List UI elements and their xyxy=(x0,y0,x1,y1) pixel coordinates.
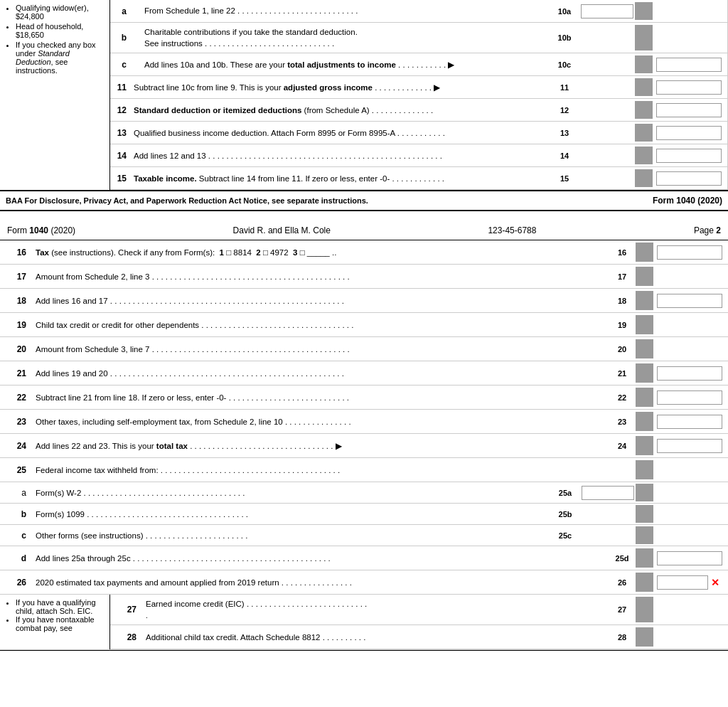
row-10b-shaded xyxy=(635,25,653,51)
row-10c-shaded xyxy=(635,55,653,73)
row-10a-input-area xyxy=(578,3,635,20)
row-25c-label: Other forms (see instructions) . . . . .… xyxy=(32,530,552,541)
form-rows-top: a From Schedule 1, line 22 . . . . . . .… xyxy=(110,0,728,190)
row-25-label: Federal income tax withheld from: . . . … xyxy=(32,463,609,477)
row-22: 22 Subtract line 21 from line 18. If zer… xyxy=(0,386,728,410)
row-18-code: 18 xyxy=(609,297,636,305)
row-24-num: 24 xyxy=(0,441,32,451)
row-16: 16 Tax (see instructions). Check if any … xyxy=(0,240,728,265)
row-28-label: Additional child tax credit. Attach Sche… xyxy=(142,630,609,644)
row-10c-label: Add lines 10a and 10b. These are your to… xyxy=(130,58,551,72)
page2-page-number: Page 2 xyxy=(694,225,721,235)
sidebar-item-standard: If you checked any box under Standard De… xyxy=(16,41,104,75)
row-14-shaded xyxy=(635,147,653,164)
bottom-note-qualifying-child: If you have a qualifying child, attach S… xyxy=(16,598,104,615)
row-16-input[interactable] xyxy=(657,245,722,260)
row-24-input[interactable] xyxy=(657,439,722,453)
row-25b: b Form(s) 1099 . . . . . . . . . . . . .… xyxy=(0,504,728,525)
row-25d-letter: d xyxy=(0,553,32,563)
page-container: Qualifying widow(er), $24,800 Head of ho… xyxy=(0,0,728,651)
row-10b: b Charitable contributions if you take t… xyxy=(110,23,727,53)
row-25c: c Other forms (see instructions) . . . .… xyxy=(0,525,728,546)
row-18-label: Add lines 16 and 17 . . . . . . . . . . … xyxy=(32,294,609,308)
row-21: 21 Add lines 19 and 20 . . . . . . . . .… xyxy=(0,361,728,386)
row-26-shaded xyxy=(636,573,653,592)
x-marker: ✕ xyxy=(711,577,719,588)
baa-footer: BAA For Disclosure, Privacy Act, and Pap… xyxy=(0,191,728,211)
row-25-header: 25 Federal income tax withheld from: . .… xyxy=(0,458,728,482)
bottom-rows: 27 Earned income credit (EIC) . . . . . … xyxy=(110,595,728,649)
row-19-shaded xyxy=(636,315,653,334)
row-23-input[interactable] xyxy=(657,415,722,429)
row-18: 18 Add lines 16 and 17 . . . . . . . . .… xyxy=(0,289,728,313)
row-10c-input[interactable] xyxy=(656,58,722,72)
row-28-right xyxy=(653,636,728,639)
row-27-num: 27 xyxy=(110,605,142,615)
row-10c-input-area xyxy=(578,63,635,66)
row-10b-letter: b xyxy=(110,33,130,43)
row-27-right xyxy=(653,608,728,611)
row-14-input[interactable] xyxy=(656,149,722,163)
row-16-num: 16 xyxy=(0,248,32,257)
row-17-code: 17 xyxy=(609,272,636,281)
row-25-right xyxy=(653,469,728,472)
row-10a-right xyxy=(653,10,727,13)
row-15-num: 15 xyxy=(110,174,130,184)
row-22-right xyxy=(653,389,728,406)
page2-form-label: Form 1040 (2020) xyxy=(7,225,75,235)
row-14-right xyxy=(653,147,727,164)
row-14-input-area xyxy=(578,154,635,157)
row-10a-input[interactable] xyxy=(581,4,633,18)
row-22-input[interactable] xyxy=(657,390,722,405)
row-23-right xyxy=(653,413,728,430)
row-12-right xyxy=(653,102,727,119)
row-20-label: Amount from Schedule 3, line 7 . . . . .… xyxy=(32,342,609,356)
row-28: 28 Additional child tax credit. Attach S… xyxy=(110,625,728,649)
row-21-label: Add lines 19 and 20 . . . . . . . . . . … xyxy=(32,366,609,381)
row-25b-mid xyxy=(579,513,636,516)
row-16-shaded xyxy=(636,243,653,262)
row-18-input[interactable] xyxy=(657,294,722,308)
row-13: 13 Qualified business income deduction. … xyxy=(110,122,727,144)
bottom-notes-section: If you have a qualifying child, attach S… xyxy=(0,595,728,650)
row-25c-code: 25c xyxy=(552,531,579,540)
row-15-label: Taxable income. Subtract line 14 from li… xyxy=(130,171,551,186)
row-10b-input-area xyxy=(578,36,635,39)
row-19-label: Child tax credit or credit for other dep… xyxy=(32,318,609,332)
row-24-right xyxy=(653,437,728,455)
row-25c-letter: c xyxy=(0,531,32,541)
row-19-num: 19 xyxy=(0,320,32,330)
row-25a-input[interactable] xyxy=(582,486,634,500)
row-22-num: 22 xyxy=(0,393,32,403)
row-24: 24 Add lines 22 and 23. This is your tot… xyxy=(0,434,728,458)
row-10c-code: 10c xyxy=(551,60,578,69)
row-23-num: 23 xyxy=(0,417,32,427)
row-10c: c Add lines 10a and 10b. These are your … xyxy=(110,53,727,76)
row-26-input[interactable] xyxy=(657,575,708,590)
row-23: 23 Other taxes, including self-employmen… xyxy=(0,410,728,434)
row-15-right xyxy=(653,170,727,187)
row-17-shaded xyxy=(636,267,653,286)
row-21-input[interactable] xyxy=(657,366,722,381)
row-13-input[interactable] xyxy=(656,126,722,140)
row-11-label: Subtract line 10c from line 9. This is y… xyxy=(130,80,551,95)
row-28-shaded xyxy=(636,627,653,647)
row-15-input[interactable] xyxy=(656,171,722,186)
row-25d-input[interactable] xyxy=(657,551,722,565)
row-26-label: 2020 estimated tax payments and amount a… xyxy=(32,575,609,590)
row-11-code: 11 xyxy=(551,83,578,92)
row-11-input[interactable] xyxy=(656,80,722,95)
row-25c-shaded xyxy=(636,526,653,544)
row-26-right: ✕ xyxy=(653,574,728,591)
row-25-shaded xyxy=(636,460,653,479)
row-18-right xyxy=(653,292,728,309)
row-25d-right xyxy=(653,550,728,567)
row-12-input[interactable] xyxy=(656,103,722,117)
row-18-shaded xyxy=(636,291,653,310)
row-19-code: 19 xyxy=(609,321,636,329)
row-25d-shaded xyxy=(636,548,653,568)
row-20: 20 Amount from Schedule 3, line 7 . . . … xyxy=(0,337,728,361)
row-28-num: 28 xyxy=(110,632,142,642)
row-14-code: 14 xyxy=(551,152,578,160)
row-24-shaded xyxy=(636,436,653,455)
